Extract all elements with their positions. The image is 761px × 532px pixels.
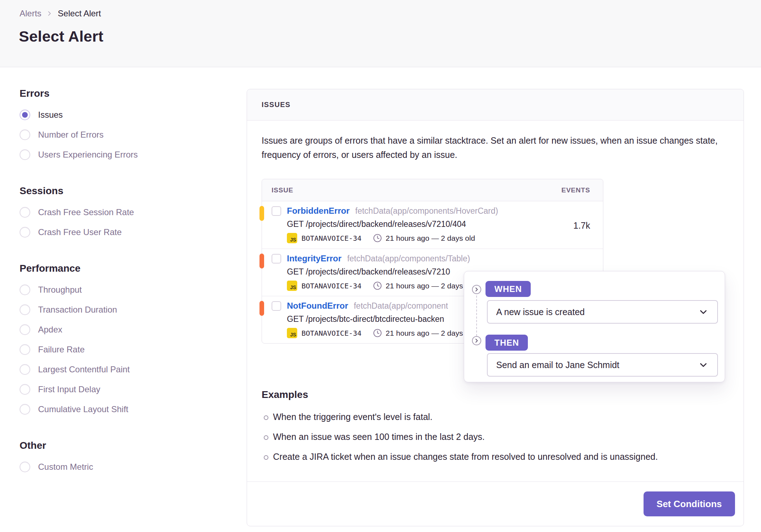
example-item: When an issue was seen 100 times in the …	[262, 432, 729, 442]
option-label: Custom Metric	[38, 462, 93, 472]
option-label: Largest Contentful Paint	[38, 365, 130, 374]
option-label: Apdex	[38, 325, 62, 335]
breadcrumb: Alerts Select Alert	[20, 9, 101, 18]
issue-events-count: 1.7k	[573, 220, 590, 231]
issue-checkbox[interactable]	[272, 301, 281, 311]
issue-level-indicator	[259, 254, 264, 268]
issue-culprit: fetchData(app/components/HoverCard)	[355, 206, 498, 216]
group-performance: Performance Throughput Transaction Durat…	[20, 263, 230, 419]
issue-title-link[interactable]: IntegrityError	[287, 254, 341, 264]
option-label: First Input Delay	[38, 384, 100, 394]
option-apdex[interactable]: Apdex	[20, 320, 230, 340]
group-sessions: Sessions Crash Free Session Rate Crash F…	[20, 185, 230, 242]
issue-checkbox[interactable]	[272, 206, 281, 216]
radio-icon[interactable]	[20, 284, 30, 295]
clock-icon	[373, 281, 382, 290]
project-slug: BOTANAVOICE-34	[301, 282, 362, 290]
radio-icon[interactable]	[20, 207, 30, 218]
radio-icon[interactable]	[20, 404, 30, 415]
issues-panel-header: ISSUES	[247, 89, 744, 121]
issues-table-header: ISSUE EVENTS	[262, 179, 603, 201]
radio-icon[interactable]	[20, 344, 30, 355]
example-item: Create a JIRA ticket when an issue chang…	[262, 452, 729, 462]
page-title: Select Alert	[19, 28, 103, 45]
issue-meta: JS BOTANAVOICE-34 21 hours ago — 2 days …	[287, 233, 603, 243]
option-label: Issues	[38, 110, 63, 120]
then-badge: THEN	[486, 335, 528, 351]
option-failure-rate[interactable]: Failure Rate	[20, 340, 230, 360]
breadcrumb-alerts-link[interactable]: Alerts	[20, 9, 41, 18]
option-transaction-duration[interactable]: Transaction Duration	[20, 300, 230, 320]
option-crash-free-user-rate[interactable]: Crash Free User Rate	[20, 222, 230, 242]
radio-icon[interactable]	[20, 324, 30, 335]
radio-icon[interactable]	[20, 384, 30, 395]
radio-icon[interactable]	[20, 364, 30, 375]
issues-description: Issues are groups of errors that have a …	[262, 133, 724, 162]
radio-selected-icon[interactable]	[20, 110, 30, 120]
issue-culprit: fetchData(app/component	[354, 301, 448, 311]
option-label: Crash Free Session Rate	[38, 207, 134, 217]
option-label: Crash Free User Rate	[38, 227, 122, 237]
issue-level-indicator	[259, 301, 264, 316]
project-slug: BOTANAVOICE-34	[301, 329, 362, 337]
when-condition-value: A new issue is created	[496, 307, 585, 317]
option-label: Users Experiencing Errors	[38, 150, 138, 160]
table-row: ForbiddenError fetchData(app/components/…	[262, 201, 603, 249]
option-largest-contentful-paint[interactable]: Largest Contentful Paint	[20, 360, 230, 379]
example-item: When the triggering event's level is fat…	[262, 412, 729, 422]
chevron-right-circle-icon	[472, 336, 481, 345]
radio-icon[interactable]	[20, 462, 30, 472]
issue-age: 21 hours ago — 2 days old	[386, 234, 475, 243]
radio-icon[interactable]	[20, 149, 30, 160]
javascript-platform-icon: JS	[287, 233, 297, 243]
issue-culprit: fetchData(app/components/Table)	[347, 254, 470, 264]
issue-age: 21 hours ago — 2 days old	[386, 329, 475, 337]
group-sessions-title: Sessions	[20, 185, 230, 197]
set-conditions-button[interactable]: Set Conditions	[644, 491, 735, 516]
option-first-input-delay[interactable]: First Input Delay	[20, 379, 230, 399]
issues-panel-title: ISSUES	[262, 101, 290, 109]
issue-title-link[interactable]: NotFoundError	[287, 301, 348, 311]
clock-icon	[373, 234, 382, 243]
column-issue: ISSUE	[272, 186, 293, 194]
when-badge: WHEN	[486, 281, 531, 297]
option-crash-free-session-rate[interactable]: Crash Free Session Rate	[20, 202, 230, 222]
column-events: EVENTS	[561, 186, 590, 194]
option-users-experiencing-errors[interactable]: Users Experiencing Errors	[20, 145, 230, 165]
option-label: Failure Rate	[38, 345, 85, 355]
group-other-title: Other	[20, 440, 230, 451]
select-alert-page: Alerts Select Alert Select Alert Errors …	[0, 0, 761, 532]
group-errors-title: Errors	[20, 88, 230, 99]
examples-list: When the triggering event's level is fat…	[262, 412, 729, 462]
project-slug: BOTANAVOICE-34	[301, 234, 362, 243]
javascript-platform-icon: JS	[287, 281, 297, 291]
group-errors: Errors Issues Number of Errors Users Exp…	[20, 88, 230, 165]
option-cumulative-layout-shift[interactable]: Cumulative Layout Shift	[20, 399, 230, 419]
conditions-popup: WHEN A new issue is created THEN Send an…	[464, 271, 725, 382]
then-action-select[interactable]: Send an email to Jane Schmidt	[487, 353, 718, 377]
alert-type-sidebar: Errors Issues Number of Errors Users Exp…	[20, 88, 230, 498]
chevron-down-icon	[699, 307, 708, 316]
panel-footer: Set Conditions	[247, 482, 744, 526]
when-condition-select[interactable]: A new issue is created	[487, 300, 718, 324]
issue-checkbox[interactable]	[272, 254, 281, 264]
radio-icon[interactable]	[20, 227, 30, 238]
examples-title: Examples	[262, 389, 729, 400]
option-label: Number of Errors	[38, 130, 104, 140]
javascript-platform-icon: JS	[287, 328, 297, 338]
issue-title-link[interactable]: ForbiddenError	[287, 206, 350, 216]
option-issues[interactable]: Issues	[20, 105, 230, 125]
chevron-right-icon	[47, 11, 52, 16]
option-custom-metric[interactable]: Custom Metric	[20, 457, 230, 477]
option-throughput[interactable]: Throughput	[20, 280, 230, 300]
radio-icon[interactable]	[20, 129, 30, 140]
option-number-of-errors[interactable]: Number of Errors	[20, 125, 230, 145]
option-label: Transaction Duration	[38, 305, 117, 315]
option-label: Throughput	[38, 285, 82, 295]
option-label: Cumulative Layout Shift	[38, 404, 128, 414]
breadcrumb-current: Select Alert	[58, 9, 101, 18]
radio-icon[interactable]	[20, 304, 30, 315]
group-other: Other Custom Metric	[20, 440, 230, 477]
issue-age: 21 hours ago — 2 days old	[386, 282, 475, 290]
then-action-value: Send an email to Jane Schmidt	[496, 360, 619, 370]
